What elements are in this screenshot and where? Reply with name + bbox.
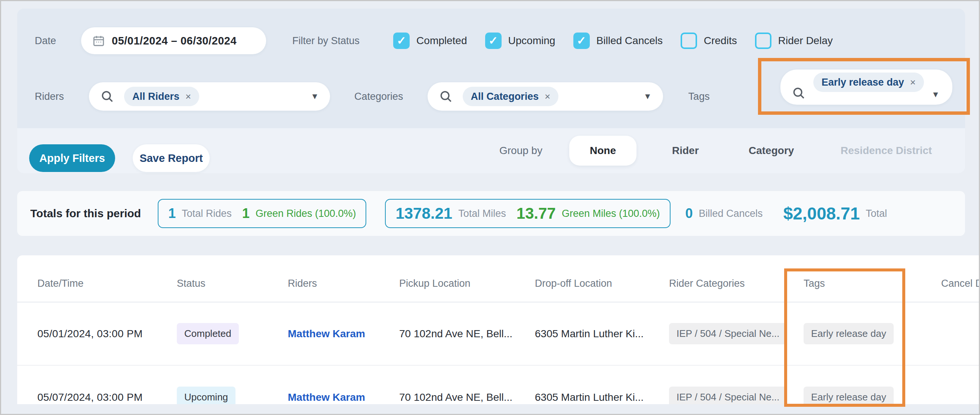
checkbox-completed-label: Completed (416, 35, 467, 47)
date-range-value: 05/01/2024 – 06/30/2024 (112, 35, 237, 47)
checkbox-upcoming-box[interactable]: ✓ (485, 33, 501, 49)
group-by-residence-district: Residence District (841, 145, 932, 157)
search-icon (439, 89, 453, 103)
rides-report-screen: Date 05/01/2024 – 06/30/202 (0, 0, 980, 415)
date-label: Date (35, 35, 56, 47)
table-row[interactable]: 05/01/2024, 03:00 PM Completed Matthew K… (17, 302, 980, 366)
check-icon: ✓ (397, 35, 406, 46)
group-by-label: Group by (500, 145, 542, 157)
filter-panel: Date 05/01/2024 – 06/30/202 (17, 9, 965, 173)
group-by-none[interactable]: None (569, 136, 636, 165)
riders-chip[interactable]: All Riders × (124, 87, 199, 106)
totals-bar: Totals for this period 1 Total Rides 1 G… (17, 191, 965, 236)
checkbox-billed-cancels-box[interactable]: ✓ (573, 33, 590, 49)
column-header-rider-categories: Rider Categories (669, 278, 803, 289)
checkbox-credits-box[interactable] (681, 33, 697, 49)
filters-area: Date 05/01/2024 – 06/30/202 (17, 9, 965, 128)
cell-tags: Early release day (803, 386, 941, 404)
cell-dropoff: 6305 Martin Luther Ki... (535, 328, 669, 340)
status-badge: Upcoming (177, 386, 235, 404)
checkbox-billed-cancels-label: Billed Cancels (597, 35, 663, 47)
checkbox-credits-label: Credits (704, 35, 737, 47)
checkbox-rider-delay[interactable]: Rider Delay (755, 33, 833, 49)
table-header-row: Date/Time Status Riders Pickup Location … (17, 255, 980, 302)
chevron-down-icon[interactable]: ▼ (644, 92, 652, 100)
tags-select[interactable]: Early release day × ▼ (780, 70, 952, 105)
rider-link[interactable]: Matthew Karam (288, 391, 399, 404)
total-amount-value: $2,008.71 (783, 204, 860, 224)
riders-chip-remove-icon[interactable]: × (185, 91, 191, 102)
categories-label: Categories (354, 91, 403, 102)
cell-datetime: 05/07/2024, 03:00 PM (37, 391, 177, 404)
chevron-down-icon[interactable]: ▼ (310, 92, 319, 100)
cell-categories: IEP / 504 / Special Ne... (669, 323, 803, 344)
category-badge: IEP / 504 / Special Ne... (669, 323, 787, 344)
total-rides-value: 1 (168, 206, 176, 221)
rides-totals-box: 1 Total Rides 1 Green Rides (100.0%) (158, 199, 366, 228)
chevron-down-icon[interactable]: ▼ (931, 91, 940, 99)
column-header-pickup: Pickup Location (399, 278, 535, 289)
check-icon: ✓ (577, 35, 586, 46)
cell-datetime: 05/01/2024, 03:00 PM (37, 328, 177, 340)
search-icon (100, 89, 115, 103)
table-row[interactable]: 05/07/2024, 03:00 PM Upcoming Matthew Ka… (17, 366, 980, 404)
rider-link[interactable]: Matthew Karam (288, 328, 399, 340)
column-header-riders: Riders (288, 278, 399, 289)
group-by-rider[interactable]: Rider (672, 145, 699, 157)
tags-chip[interactable]: Early release day × (813, 73, 924, 92)
tags-label: Tags (689, 91, 710, 102)
total-amount-label: Total (865, 208, 887, 219)
filter-action-bar: Apply Filters Save Report Group by None … (17, 128, 965, 173)
riders-chip-label: All Riders (132, 91, 180, 102)
billed-cancels-label: Billed Cancels (699, 208, 763, 219)
column-header-datetime: Date/Time (37, 278, 177, 289)
date-range-input[interactable]: 05/01/2024 – 06/30/2024 (81, 27, 266, 54)
rides-table: Date/Time Status Riders Pickup Location … (17, 255, 980, 404)
cell-dropoff: 6305 Martin Luther Ki... (535, 391, 669, 404)
checkbox-completed-box[interactable]: ✓ (393, 33, 410, 49)
filter-by-status-label: Filter by Status (292, 35, 360, 47)
cell-categories: IEP / 504 / Special Ne... (669, 386, 803, 404)
riders-label: Riders (35, 91, 64, 102)
checkbox-billed-cancels[interactable]: ✓ Billed Cancels (573, 33, 663, 49)
checkbox-rider-delay-box[interactable] (755, 33, 772, 49)
check-icon: ✓ (488, 35, 498, 46)
group-by-category[interactable]: Category (749, 145, 794, 157)
checkbox-credits[interactable]: Credits (681, 33, 737, 49)
save-report-button[interactable]: Save Report (133, 144, 210, 172)
checkbox-upcoming[interactable]: ✓ Upcoming (485, 33, 555, 49)
category-badge: IEP / 504 / Special Ne... (669, 386, 787, 404)
green-rides-value: 1 (242, 206, 250, 221)
column-header-status: Status (177, 278, 288, 289)
cell-status: Upcoming (177, 386, 288, 404)
categories-chip-label: All Categories (471, 91, 539, 102)
total-miles-value: 1378.21 (395, 205, 452, 223)
totals-title: Totals for this period (30, 207, 141, 220)
total-rides-label: Total Rides (181, 208, 232, 219)
checkbox-rider-delay-label: Rider Delay (778, 35, 833, 47)
column-header-cancel: Cancel Da (941, 278, 980, 289)
miles-totals-box: 1378.21 Total Miles 13.77 Green Miles (1… (385, 199, 670, 228)
green-rides-label: Green Rides (100.0%) (256, 208, 356, 219)
status-badge: Completed (177, 323, 239, 344)
tag-badge: Early release day (803, 323, 894, 344)
tags-chip-remove-icon[interactable]: × (910, 76, 916, 88)
cell-tags: Early release day (803, 323, 941, 344)
cell-status: Completed (177, 323, 288, 344)
apply-filters-button[interactable]: Apply Filters (29, 144, 115, 172)
search-icon (792, 86, 806, 100)
checkbox-upcoming-label: Upcoming (508, 35, 555, 47)
green-miles-label: Green Miles (100.0%) (562, 208, 660, 219)
tag-badge: Early release day (803, 386, 894, 404)
cell-pickup: 70 102nd Ave NE, Bell... (399, 328, 535, 340)
total-miles-label: Total Miles (458, 208, 506, 219)
checkbox-completed[interactable]: ✓ Completed (393, 33, 467, 49)
categories-chip[interactable]: All Categories × (463, 87, 559, 106)
tags-chip-label: Early release day (821, 76, 904, 88)
categories-select[interactable]: All Categories × ▼ (428, 82, 663, 111)
categories-chip-remove-icon[interactable]: × (544, 91, 550, 102)
green-miles-value: 13.77 (517, 205, 556, 223)
calendar-icon (92, 34, 105, 47)
filter-row-date-status: Date 05/01/2024 – 06/30/202 (35, 27, 958, 54)
riders-select[interactable]: All Riders × ▼ (89, 82, 330, 111)
